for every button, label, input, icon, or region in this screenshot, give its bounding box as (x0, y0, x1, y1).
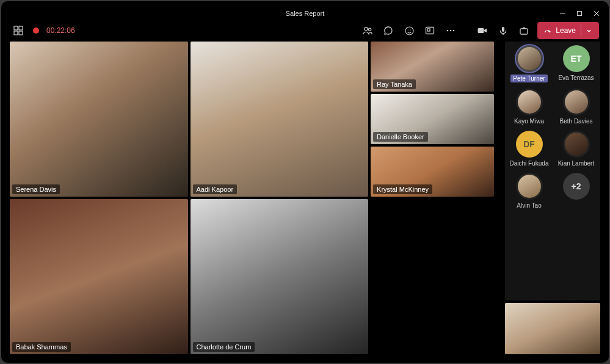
speaking-badge: Pete Turner (510, 75, 547, 82)
avatar: ET (563, 45, 590, 72)
svg-rect-4 (14, 26, 18, 30)
meeting-toolbar: 00:22:06 (10, 20, 600, 42)
svg-point-12 (410, 29, 411, 30)
participants-button[interactable] (360, 23, 375, 38)
share-button[interactable] (517, 23, 531, 38)
video-tile[interactable]: Serena Davis (10, 42, 188, 197)
svg-point-10 (405, 27, 413, 35)
video-stack: Ray Tanaka Danielle Booker Krystal McKin… (371, 42, 494, 354)
meeting-content: Serena Davis Aadi Kapoor Ray Tanaka Dani… (10, 42, 600, 354)
participant-name: Krystal McKinney (373, 184, 432, 194)
participant-name: Ray Tanaka (373, 79, 416, 89)
participant-name: Danielle Booker (373, 132, 428, 142)
minimize-button[interactable] (559, 10, 566, 17)
video-grid: Serena Davis Aadi Kapoor Ray Tanaka Dani… (10, 42, 503, 354)
avatar-initials: ET (571, 54, 582, 64)
leave-menu-chevron[interactable] (581, 24, 597, 37)
recording-indicator-icon (33, 27, 39, 34)
more-options-button[interactable] (443, 23, 458, 38)
roster-item[interactable]: DF Daichi Fukuda (507, 131, 551, 167)
roster-name: Eva Terrazas (558, 75, 594, 81)
avatar (563, 131, 590, 158)
svg-point-16 (450, 30, 452, 32)
window-controls (559, 10, 600, 17)
overflow-count: +2 (572, 181, 581, 191)
participant-name: Aadi Kapoor (193, 184, 238, 194)
svg-rect-6 (14, 31, 18, 35)
svg-rect-14 (427, 29, 430, 31)
video-tile[interactable]: Danielle Booker (371, 94, 494, 144)
leave-label: Leave (556, 26, 576, 35)
video-feed (10, 199, 188, 354)
video-feed (10, 42, 188, 197)
roster-item[interactable]: Kayo Miwa (507, 89, 551, 125)
call-timer: 00:22:06 (46, 26, 75, 35)
chat-button[interactable] (381, 23, 396, 38)
svg-rect-19 (502, 27, 504, 32)
window-title: Sales Report (286, 10, 325, 17)
svg-rect-20 (520, 29, 528, 34)
svg-point-11 (407, 29, 408, 30)
roster-name: Daichi Fukuda (510, 160, 549, 167)
roster-grid: Pete Turner ET Eva Terrazas Kayo Miwa (507, 45, 598, 209)
roster-item[interactable]: Kian Lambert (554, 131, 598, 167)
svg-point-8 (365, 27, 368, 31)
video-tile[interactable]: Aadi Kapoor (191, 42, 369, 197)
svg-point-17 (453, 30, 455, 32)
video-tile[interactable]: Krystal McKinney (371, 147, 494, 197)
svg-point-9 (369, 28, 371, 31)
avatar-image (518, 90, 541, 114)
avatar (563, 89, 590, 115)
svg-rect-1 (578, 12, 582, 16)
participant-name: Serena Davis (12, 184, 60, 194)
roster-panel: Pete Turner ET Eva Terrazas Kayo Miwa (505, 42, 600, 300)
maximize-button[interactable] (576, 10, 583, 17)
roster-item[interactable]: Pete Turner (507, 45, 551, 82)
participant-name: Babak Shammas (12, 342, 71, 352)
avatar-image (518, 175, 541, 198)
avatar-image (518, 47, 541, 70)
avatar-image (565, 90, 588, 114)
title-bar: Sales Report (10, 7, 600, 20)
roster-item[interactable]: Beth Davies (554, 89, 598, 125)
video-tile[interactable]: Charlotte de Crum (191, 199, 369, 354)
svg-point-15 (447, 30, 449, 32)
roster-name: Beth Davies (560, 118, 593, 125)
avatar (516, 173, 543, 200)
roster-overflow[interactable]: +2 (554, 173, 598, 209)
svg-rect-5 (19, 26, 23, 30)
video-feed (191, 42, 369, 197)
camera-button[interactable] (475, 23, 490, 38)
video-feed (505, 303, 600, 354)
avatar (516, 89, 543, 115)
hangup-icon (543, 26, 552, 35)
avatar-image (565, 133, 588, 156)
roster-item[interactable]: Alvin Tao (507, 173, 551, 209)
leave-button[interactable]: Leave (537, 22, 599, 39)
roster-name: Kayo Miwa (514, 118, 544, 125)
svg-rect-7 (19, 31, 23, 35)
device-frame: Sales Report 00:22:06 (1, 1, 609, 363)
reactions-button[interactable] (402, 23, 416, 38)
svg-rect-18 (478, 28, 484, 33)
video-tile[interactable]: Babak Shammas (10, 199, 188, 354)
self-video-tile[interactable] (505, 303, 600, 354)
roster-name: Alvin Tao (517, 202, 541, 209)
microphone-button[interactable] (496, 23, 510, 38)
rooms-button[interactable] (423, 23, 437, 38)
video-feed (191, 199, 369, 354)
roster-sidebar: Pete Turner ET Eva Terrazas Kayo Miwa (505, 42, 600, 354)
avatar-initials: DF (523, 139, 535, 149)
avatar: DF (516, 131, 543, 158)
close-button[interactable] (593, 10, 600, 17)
avatar: +2 (563, 173, 590, 200)
video-tile[interactable]: Ray Tanaka (371, 42, 494, 92)
layout-gallery-button[interactable] (11, 23, 26, 38)
avatar (516, 45, 543, 72)
roster-name: Kian Lambert (558, 160, 594, 167)
roster-item[interactable]: ET Eva Terrazas (554, 45, 598, 82)
participant-name: Charlotte de Crum (193, 342, 255, 352)
